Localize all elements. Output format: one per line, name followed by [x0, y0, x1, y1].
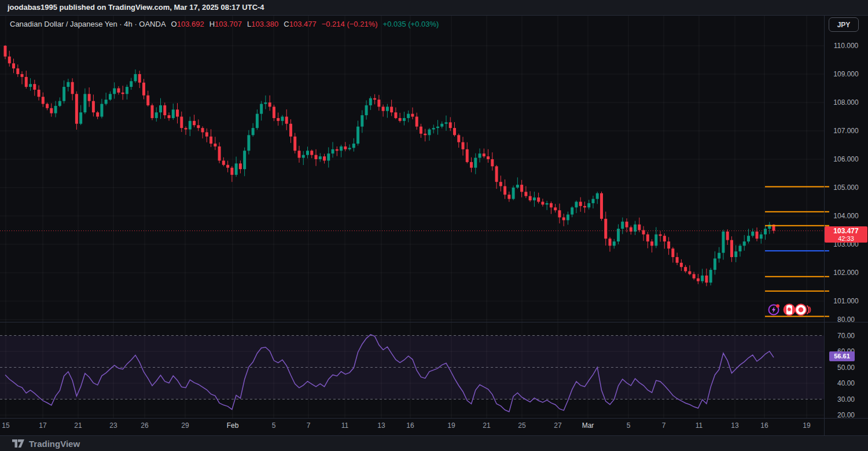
rsi-tick-label: 40.00 [824, 379, 868, 387]
price-tick-label: 107.000 [824, 127, 868, 135]
publish-info-text: joodabas1995 published on TradingView.co… [8, 3, 264, 12]
extended-change-value: +0.035 (+0.03%) [383, 20, 439, 28]
rsi-tick-label: 30.00 [824, 395, 868, 404]
time-tick-label: 26 [132, 421, 157, 430]
time-tick-label: 21 [474, 421, 499, 430]
symbol-title[interactable]: Canadian Dollar / Japanese Yen · 4h · OA… [10, 20, 166, 28]
instrument-icons [767, 303, 812, 316]
time-tick-label: 23 [101, 421, 126, 430]
tradingview-published-chart: joodabas1995 published on TradingView.co… [0, 0, 868, 451]
time-tick-label: 11 [332, 421, 358, 430]
time-tick-label: 11 [686, 421, 712, 430]
change-value: −0.214 (−0.21%) [322, 20, 378, 28]
price-tick-label: 104.000 [824, 212, 868, 220]
time-tick-label: 15 [0, 421, 19, 430]
chart-canvas[interactable] [0, 16, 824, 418]
time-axis[interactable]: 151721232629Feb5711131619212527Mar571113… [0, 418, 868, 435]
time-tick-label: 13 [369, 421, 394, 430]
price-tick-label: 109.000 [824, 70, 868, 78]
time-tick-label: 7 [651, 421, 676, 430]
rsi-tick-label: 70.00 [824, 332, 868, 340]
time-tick-label: 13 [722, 421, 748, 430]
ohlc-open: O103.692 [171, 20, 204, 28]
price-tick-label: 110.000 [824, 42, 868, 50]
time-tick-label: 25 [509, 421, 535, 430]
price-tick-label: 102.000 [824, 269, 868, 277]
ohlc-close: C103.477 [284, 20, 316, 28]
time-tick-label: 19 [439, 421, 464, 430]
currency-toggle-button[interactable]: JPY [829, 17, 859, 32]
time-tick-label: 27 [545, 421, 571, 430]
jpy-flag-icon [795, 303, 812, 316]
time-tick-label: 29 [172, 421, 198, 430]
current-price-badge: 103.477 42:33 [825, 226, 867, 243]
rsi-value-badge: 56.61 [829, 351, 855, 361]
current-price-value: 103.477 [825, 228, 867, 235]
time-tick-label: 17 [30, 421, 56, 430]
time-tick-label: 16 [752, 421, 777, 430]
price-tick-label: 106.000 [824, 155, 868, 163]
time-tick-label: 19 [794, 421, 819, 430]
rsi-tick-label: 80.00 [824, 316, 868, 324]
ohlc-low: L103.380 [247, 20, 278, 28]
pane-separator[interactable] [0, 322, 868, 322]
lightning-alert-icon[interactable] [767, 303, 780, 316]
time-tick-label: 16 [398, 421, 423, 430]
time-tick-label: 21 [65, 421, 91, 430]
attribution-bar: TradingView [0, 435, 868, 451]
ohlc-high: H103.707 [209, 20, 242, 28]
time-tick-label: 5 [616, 421, 641, 430]
chart-area: Canadian Dollar / Japanese Yen · 4h · OA… [0, 16, 868, 435]
tradingview-logo-icon [12, 439, 24, 448]
publish-info-bar: joodabas1995 published on TradingView.co… [0, 0, 868, 16]
symbol-legend: Canadian Dollar / Japanese Yen · 4h · OA… [10, 20, 439, 28]
price-tick-label: 101.000 [824, 297, 868, 305]
rsi-tick-label: 50.00 [824, 364, 868, 372]
tradingview-watermark[interactable]: TradingView [29, 439, 80, 449]
cad-flag-icon [783, 303, 796, 316]
price-tick-label: 105.000 [824, 184, 868, 192]
bar-countdown: 42:33 [825, 235, 867, 242]
time-tick-label: 7 [296, 421, 321, 430]
time-tick-label: Mar [575, 421, 601, 430]
time-tick-label: Feb [220, 421, 245, 430]
time-tick-label: 5 [261, 421, 286, 430]
price-tick-label: 108.000 [824, 98, 868, 107]
